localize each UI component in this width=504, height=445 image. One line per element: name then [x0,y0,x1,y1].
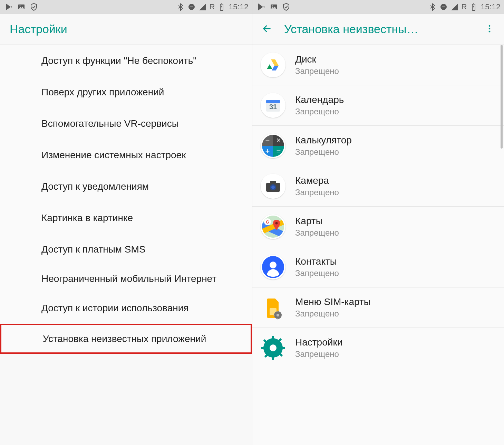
svg-rect-52 [281,347,285,349]
app-row-contacts[interactable]: Контакты Запрещено [252,247,504,287]
app-row-sim-menu[interactable]: Меню SIM-карты Запрещено [252,287,504,328]
play-store-icon [257,3,265,11]
svg-point-1 [19,5,20,6]
app-bar: Настройки [0,14,252,45]
signal-icon [450,3,459,11]
settings-icon [261,335,285,360]
svg-point-33 [271,186,275,189]
settings-item-draw-over-apps[interactable]: Поверх других приложений [0,76,252,108]
svg-point-57 [270,344,277,351]
svg-point-7 [272,5,273,6]
contacts-icon [261,255,285,280]
svg-point-43 [277,314,279,316]
app-name-label: Меню SIM-карты [295,296,371,307]
app-name-label: Карты [295,216,339,227]
status-bar: R 15:12 [0,0,252,14]
clock-label: 15:12 [481,2,501,11]
app-row-calendar[interactable]: 31 Календарь Запрещено [252,85,504,126]
settings-item-modify-system[interactable]: Изменение системных настроек [0,139,252,171]
svg-point-15 [261,53,285,77]
svg-rect-51 [261,347,265,349]
svg-text:+: + [265,147,270,155]
svg-text:G: G [266,220,269,225]
bluetooth-icon [428,3,437,11]
settings-item-dnd-access[interactable]: Доступ к функции "Не беспокоить" [0,45,252,76]
app-row-drive[interactable]: Диск Запрещено [252,45,504,85]
svg-text:×: × [277,136,281,144]
do-not-disturb-icon [187,3,196,11]
svg-text:=: = [277,147,281,155]
app-name-label: Календарь [295,94,344,105]
bluetooth-icon [176,3,185,11]
app-status-label: Запрещено [295,66,339,76]
svg-rect-50 [272,356,274,360]
settings-item-usage-access[interactable]: Доступ к истории использования [0,292,252,324]
app-status-label: Запрещено [295,309,371,319]
svg-text:31: 31 [269,103,277,111]
camera-icon [261,174,285,199]
app-row-settings[interactable]: Настройки Запрещено [252,328,504,368]
app-name-label: Калькулятор [295,135,352,146]
network-type-label: R [462,2,467,11]
sim-icon [261,295,285,320]
back-button[interactable] [262,24,272,35]
page-title: Настройки [10,22,67,36]
settings-item-unrestricted-data[interactable]: Неограниченный мобильный Интернет [0,265,252,292]
svg-rect-11 [473,3,474,4]
calculator-icon: −×+= [261,133,285,158]
settings-list: Доступ к функции "Не беспокоить" Поверх … [0,45,252,354]
svg-point-40 [270,262,277,268]
network-type-label: R [210,2,215,11]
svg-point-12 [489,25,491,27]
svg-point-38 [275,222,278,225]
svg-rect-9 [442,7,445,7]
app-list: Диск Запрещено 31 Календарь Запрещено −×… [252,45,504,445]
screen-settings: R 15:12 Настройки Доступ к функции "Не б… [0,0,252,445]
settings-item-notification-access[interactable]: Доступ к уведомлениям [0,171,252,202]
app-row-camera[interactable]: Камера Запрещено [252,166,504,207]
play-store-icon [5,3,13,11]
signal-icon [198,3,207,11]
shield-check-icon [30,3,38,11]
app-row-maps[interactable]: G Карты Запрещено [252,207,504,247]
app-status-label: Запрещено [295,268,339,278]
settings-item-install-unknown-apps[interactable]: Установка неизвестных приложений [0,324,252,354]
app-status-label: Запрещено [295,107,344,116]
clock-label: 15:12 [229,2,249,11]
svg-rect-3 [190,7,193,7]
maps-icon: G [261,214,285,239]
app-name-label: Контакты [295,256,339,267]
settings-item-premium-sms[interactable]: Доступ к платным SMS [0,234,252,265]
app-name-label: Камера [295,175,339,186]
battery-charging-icon [217,3,226,11]
svg-point-14 [489,30,491,32]
svg-rect-49 [272,336,274,340]
svg-text:−: − [265,136,270,144]
gallery-icon [17,3,26,11]
gallery-icon [270,3,278,11]
app-status-label: Запрещено [295,147,352,157]
battery-charging-icon [469,3,478,11]
settings-item-vr-services[interactable]: Вспомогательные VR-сервисы [0,108,252,139]
calendar-icon: 31 [261,93,285,118]
app-status-label: Запрещено [295,228,339,238]
svg-point-13 [489,28,491,29]
shield-check-icon [282,3,290,11]
app-bar: Установка неизвестны… [252,14,504,45]
overflow-menu-button[interactable] [485,24,494,35]
svg-rect-5 [221,3,222,4]
app-name-label: Диск [295,54,339,65]
drive-icon [261,53,285,77]
svg-rect-31 [270,181,276,183]
app-status-label: Запрещено [295,188,339,197]
status-bar: R 15:12 [252,0,504,14]
page-title: Установка неизвестны… [284,22,418,36]
scrollbar-thumb[interactable] [501,45,503,149]
app-name-label: Настройки [295,337,342,348]
screen-install-unknown-apps: R 15:12 Установка неизвестны… [252,0,504,445]
do-not-disturb-icon [439,3,448,11]
app-row-calculator[interactable]: −×+= Калькулятор Запрещено [252,126,504,166]
app-status-label: Запрещено [295,349,342,359]
settings-item-picture-in-picture[interactable]: Картинка в картинке [0,202,252,234]
